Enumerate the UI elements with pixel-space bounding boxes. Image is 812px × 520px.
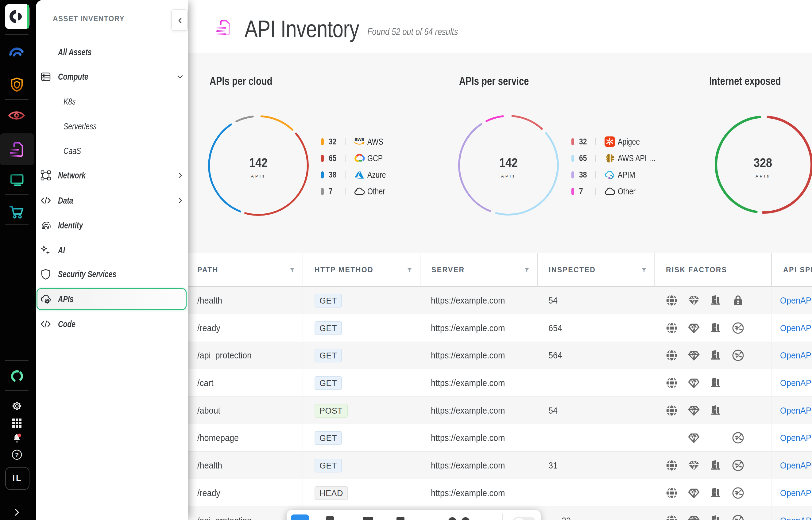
svg-text:?: ?: [15, 452, 19, 458]
svg-text:aws: aws: [354, 136, 364, 142]
